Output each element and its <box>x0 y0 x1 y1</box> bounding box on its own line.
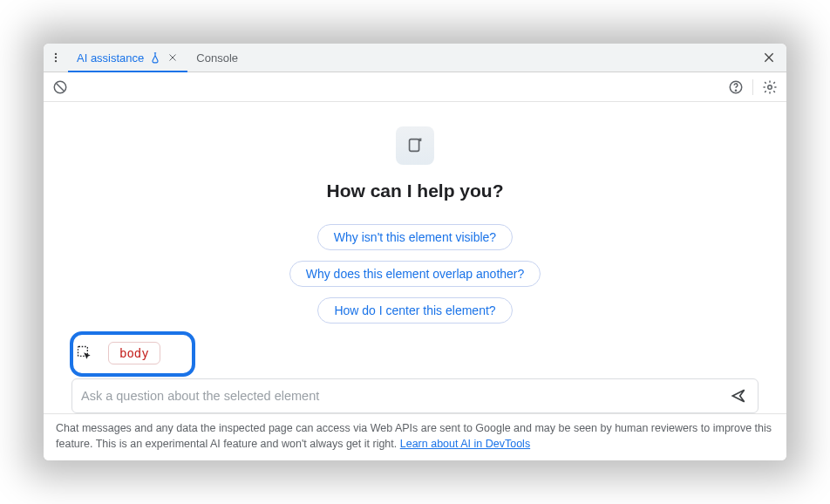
element-picker-button[interactable] <box>71 340 98 366</box>
help-icon[interactable] <box>726 78 745 97</box>
svg-point-2 <box>55 60 57 62</box>
ai-sparkle-icon <box>396 126 434 165</box>
tab-label: Console <box>196 51 238 65</box>
suggestion-chip[interactable]: Why isn't this element visible? <box>317 224 513 250</box>
flask-icon <box>149 51 161 64</box>
tab-bar: AI assistance Console <box>44 44 786 72</box>
toolbar <box>44 72 786 102</box>
tab-console[interactable]: Console <box>187 44 247 72</box>
svg-point-0 <box>55 53 57 55</box>
separator <box>752 79 753 95</box>
suggestion-chip[interactable]: How do I center this element? <box>317 297 512 324</box>
svg-rect-7 <box>410 140 419 152</box>
clear-icon[interactable] <box>51 78 70 97</box>
svg-point-6 <box>768 85 772 89</box>
prompt-input[interactable] <box>81 389 728 403</box>
disclaimer-footer: Chat messages and any data the inspected… <box>44 413 786 460</box>
page-heading: How can I help you? <box>326 180 503 201</box>
svg-point-5 <box>735 90 736 91</box>
more-tabs-button[interactable] <box>44 44 68 72</box>
svg-point-1 <box>55 57 57 58</box>
tab-ai-assistance[interactable]: AI assistance <box>68 44 187 72</box>
prompt-input-wrap <box>71 378 759 413</box>
learn-more-link[interactable]: Learn about AI in DevTools <box>400 438 530 450</box>
close-tab-button[interactable] <box>167 51 179 64</box>
suggestion-chip[interactable]: Why does this element overlap another? <box>289 261 541 287</box>
context-row: body <box>71 340 160 366</box>
suggestion-list: Why isn't this element visible? Why does… <box>289 224 541 324</box>
gear-icon[interactable] <box>760 78 779 97</box>
tab-label: AI assistance <box>77 51 144 65</box>
send-button[interactable] <box>728 385 749 406</box>
ai-assistance-panel: AI assistance Console <box>44 44 786 460</box>
selected-element-chip[interactable]: body <box>108 342 160 364</box>
close-panel-button[interactable] <box>757 44 781 72</box>
